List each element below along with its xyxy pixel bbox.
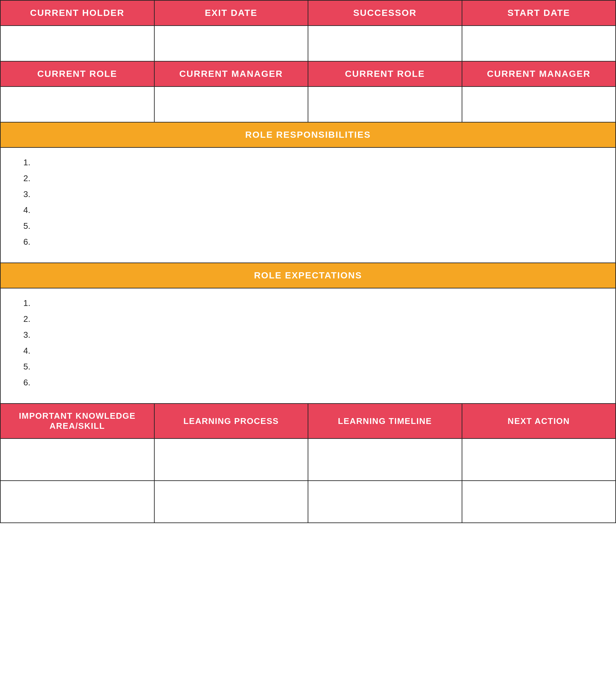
cell-successor[interactable]	[308, 26, 462, 61]
main-table: CURRENT HOLDER EXIT DATE SUCCESSOR START…	[0, 0, 616, 523]
expectation-3: 3.	[20, 330, 602, 340]
responsibility-1: 1.	[20, 157, 602, 168]
footer-cell-learning-process-2[interactable]	[154, 481, 308, 523]
expectation-4: 4.	[20, 346, 602, 356]
responsibility-2: 2.	[20, 173, 602, 183]
footer-cell-learning-timeline-2[interactable]	[308, 481, 462, 523]
footer-cell-learning-process-1[interactable]	[154, 439, 308, 481]
header-current-manager-1: CURRENT MANAGER	[154, 61, 308, 87]
header-exit-date: EXIT DATE	[154, 0, 308, 26]
footer-header-knowledge: IMPORTANT KNOWLEDGE AREA/SKILL	[0, 403, 154, 439]
footer-cell-knowledge-2[interactable]	[0, 481, 154, 523]
header-current-holder: CURRENT HOLDER	[0, 0, 154, 26]
responsibility-5: 5.	[20, 221, 602, 231]
cell-current-role-2[interactable]	[308, 87, 462, 122]
responsibilities-list-row: 1. 2. 3. 4. 5. 6.	[0, 148, 616, 263]
expectations-list[interactable]: 1. 2. 3. 4. 5. 6.	[0, 288, 616, 403]
expectations-list-row: 1. 2. 3. 4. 5. 6.	[0, 288, 616, 403]
header-current-role-1: CURRENT ROLE	[0, 61, 154, 87]
footer-data-row-2	[0, 481, 616, 523]
cell-current-holder[interactable]	[0, 26, 154, 61]
responsibilities-list[interactable]: 1. 2. 3. 4. 5. 6.	[0, 148, 616, 263]
cell-current-manager-2[interactable]	[462, 87, 616, 122]
footer-header-learning-timeline: LEARNING TIMELINE	[308, 403, 462, 439]
header-row-1: CURRENT HOLDER EXIT DATE SUCCESSOR START…	[0, 0, 616, 26]
cell-current-role-1[interactable]	[0, 87, 154, 122]
header-successor: SUCCESSOR	[308, 0, 462, 26]
footer-header-next-action: NEXT ACTION	[462, 403, 616, 439]
cell-current-manager-1[interactable]	[154, 87, 308, 122]
responsibility-4: 4.	[20, 205, 602, 215]
expectations-header: ROLE EXPECTATIONS	[0, 263, 616, 288]
expectation-1: 1.	[20, 298, 602, 308]
expectations-header-row: ROLE EXPECTATIONS	[0, 263, 616, 288]
expectation-6: 6.	[20, 378, 602, 388]
responsibilities-header: ROLE RESPONSIBILITIES	[0, 122, 616, 148]
cell-start-date[interactable]	[462, 26, 616, 61]
footer-cell-next-action-2[interactable]	[462, 481, 616, 523]
footer-cell-next-action-1[interactable]	[462, 439, 616, 481]
header-current-manager-2: CURRENT MANAGER	[462, 61, 616, 87]
expectations-ol: 1. 2. 3. 4. 5. 6.	[20, 298, 602, 388]
data-row-1	[0, 26, 616, 61]
header-row-2: CURRENT ROLE CURRENT MANAGER CURRENT ROL…	[0, 61, 616, 87]
footer-cell-learning-timeline-1[interactable]	[308, 439, 462, 481]
data-row-2	[0, 87, 616, 122]
responsibilities-ol: 1. 2. 3. 4. 5. 6.	[20, 157, 602, 247]
footer-header-row: IMPORTANT KNOWLEDGE AREA/SKILL LEARNING …	[0, 403, 616, 439]
header-current-role-2: CURRENT ROLE	[308, 61, 462, 87]
header-start-date: START DATE	[462, 0, 616, 26]
footer-header-learning-process: LEARNING PROCESS	[154, 403, 308, 439]
expectation-5: 5.	[20, 362, 602, 372]
footer-cell-knowledge-1[interactable]	[0, 439, 154, 481]
responsibility-3: 3.	[20, 189, 602, 199]
expectation-2: 2.	[20, 314, 602, 324]
responsibilities-header-row: ROLE RESPONSIBILITIES	[0, 122, 616, 148]
responsibility-6: 6.	[20, 237, 602, 247]
cell-exit-date[interactable]	[154, 26, 308, 61]
footer-data-row-1	[0, 439, 616, 481]
